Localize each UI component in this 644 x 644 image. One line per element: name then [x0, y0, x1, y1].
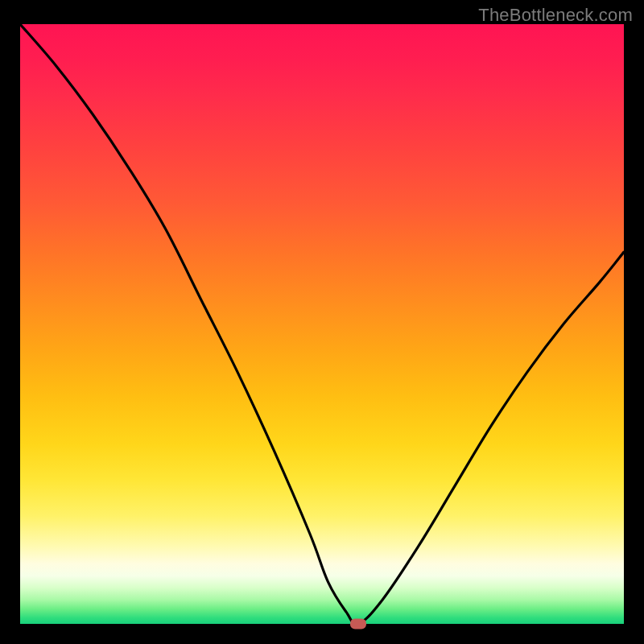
optimum-marker	[350, 619, 366, 630]
plot-area	[20, 24, 624, 624]
chart-frame: TheBottleneck.com	[0, 0, 644, 644]
watermark-text: TheBottleneck.com	[478, 5, 633, 26]
bottleneck-curve	[20, 24, 624, 624]
